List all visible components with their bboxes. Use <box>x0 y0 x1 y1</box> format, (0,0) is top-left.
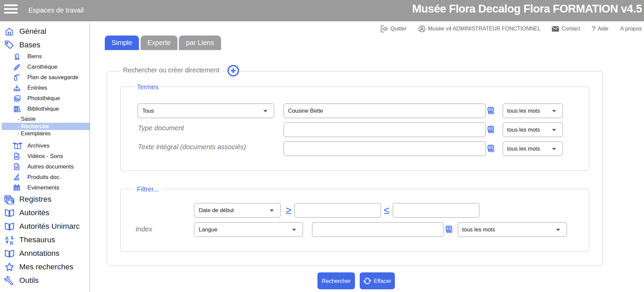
svg-text:A: A <box>5 235 8 241</box>
svg-text:B: B <box>10 240 13 245</box>
